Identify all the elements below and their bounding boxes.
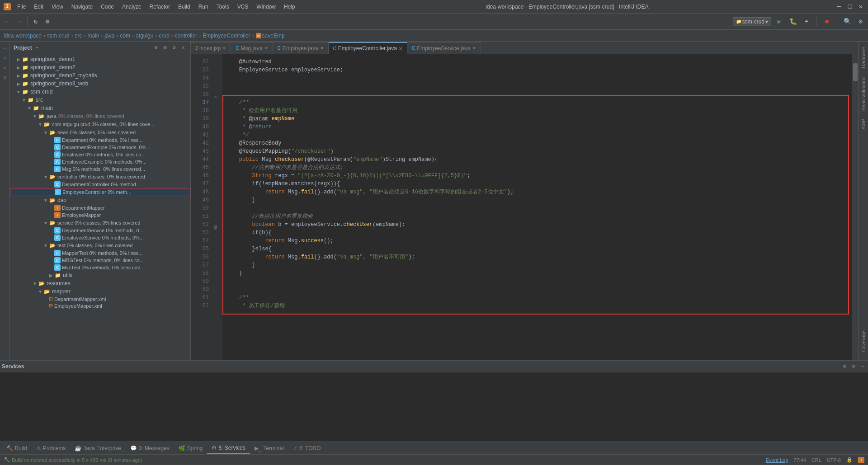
sync-button[interactable]: ↻: [30, 16, 41, 27]
tree-department[interactable]: C Department 0% methods, 0% lines...: [10, 136, 190, 144]
settings-gear[interactable]: ⚙: [855, 16, 866, 27]
bc-class[interactable]: EmployeeController: [203, 33, 250, 39]
vertical-scrollbar[interactable]: [852, 54, 858, 360]
tree-utils[interactable]: ▶ 📁 utils: [10, 271, 190, 279]
tree-test[interactable]: ▼ 📂 test 0% classes, 0% lines covered: [10, 241, 190, 249]
menu-window[interactable]: Window: [253, 3, 279, 11]
services-settings[interactable]: ⚙: [841, 363, 848, 370]
menu-navigate[interactable]: Navigate: [68, 3, 96, 11]
hide-panel-btn[interactable]: ✕: [179, 44, 187, 52]
forward-button[interactable]: →: [14, 16, 24, 27]
tree-springboot1[interactable]: ▶ 📁 springboot_demo1: [10, 55, 190, 63]
tree-mvctest[interactable]: C MvcTest 0% methods, 0% lines cov...: [10, 264, 190, 271]
sidebar-tab-database[interactable]: Database: [860, 43, 867, 72]
tree-com-atguigu[interactable]: ▼ 📂 com.atguigu.crud 0% classes, 0% line…: [10, 120, 190, 128]
settings-button[interactable]: ⚙: [42, 16, 53, 27]
menu-file[interactable]: File: [14, 3, 29, 11]
gear-btn[interactable]: ⚙: [170, 44, 178, 52]
sidebar-favorites-icon[interactable]: 2: [0, 63, 9, 72]
tree-springboot2[interactable]: ▶ 📁 springboot_demo2: [10, 63, 190, 71]
tab-index-jsp[interactable]: J index.jsp ✕: [191, 42, 231, 54]
tab-close-btn[interactable]: ✕: [222, 46, 226, 51]
menu-analyze[interactable]: Analyze: [118, 3, 145, 11]
tab-build[interactable]: 🔨 Build: [2, 443, 32, 454]
bc-atguigu[interactable]: atguigu: [136, 33, 153, 39]
tree-empexample[interactable]: C EmployeeExample 0% methods, 0%...: [10, 158, 190, 165]
bc-main[interactable]: main: [87, 33, 99, 39]
tab-spring[interactable]: 🌿 Spring: [174, 443, 208, 454]
tree-src[interactable]: ▼ 📁 src: [10, 96, 190, 104]
menu-help[interactable]: Help: [280, 3, 299, 11]
menu-run[interactable]: Run: [195, 3, 212, 11]
project-selector[interactable]: 📁 ssm-crud ▾: [733, 17, 771, 26]
debug-button[interactable]: 🐛: [788, 16, 798, 27]
minimize-button[interactable]: ─: [835, 3, 843, 10]
scroll-thumb[interactable]: [853, 63, 858, 81]
tree-empmapper-xml[interactable]: ⊞ EmployeeMapper.xml: [10, 302, 190, 309]
tree-deptexample[interactable]: C DepartmentExample 0% methods, 0%...: [10, 144, 190, 151]
tab-messages[interactable]: 💬 0: Messages: [126, 443, 174, 454]
tab-empcontroller-java[interactable]: C EmployeeController.java ✕: [329, 42, 407, 54]
coverage-button[interactable]: ☂: [801, 16, 812, 27]
tree-deptservice[interactable]: C DepartmentService 0% methods, 0...: [10, 227, 190, 234]
sidebar-structure-icon[interactable]: Z: [0, 53, 9, 62]
tree-bean[interactable]: ▼ 📂 bean 0% classes, 0% lines covered: [10, 128, 190, 136]
tree-springboot3[interactable]: ▶ 📁 springboot_demo3_web: [10, 80, 190, 88]
maximize-button[interactable]: □: [846, 3, 854, 10]
bc-ssm-crud[interactable]: ssm-crud: [47, 33, 69, 39]
tree-mbgtest[interactable]: C MBGTest 0% methods, 0% lines co...: [10, 257, 190, 264]
services-minimize[interactable]: ─: [859, 363, 866, 370]
tree-main[interactable]: ▼ 📁 main: [10, 104, 190, 112]
tab-close-btn[interactable]: ✕: [472, 46, 476, 51]
tree-mappertest[interactable]: C MapperTest 0% methods, 0% lines...: [10, 249, 190, 257]
sidebar-project-icon[interactable]: 1: [0, 43, 9, 52]
tree-empmapper[interactable]: I EmployeeMapper: [10, 211, 190, 219]
bc-method[interactable]: m saveEmp: [256, 33, 285, 39]
tab-close-btn[interactable]: ✕: [264, 46, 268, 51]
stop-button[interactable]: ■: [821, 16, 832, 27]
tab-close-btn[interactable]: ✕: [320, 46, 324, 51]
menu-tools[interactable]: Tools: [213, 3, 233, 11]
close-button[interactable]: ✕: [857, 3, 864, 10]
code-editor[interactable]: 32 33 34 35 36 37 38 39 40 41 42 43 44 4…: [191, 54, 858, 360]
tab-close-btn[interactable]: ✕: [399, 46, 402, 51]
tree-mapper-folder[interactable]: ▼ 📂 mapper: [10, 287, 190, 296]
tree-deptmapper[interactable]: I DepartmentMapper: [10, 204, 190, 211]
services-gear[interactable]: ⚙: [850, 363, 857, 370]
tab-terminal[interactable]: ▶_ Terminal: [250, 443, 288, 454]
menu-view[interactable]: View: [48, 3, 67, 11]
menu-edit[interactable]: Edit: [30, 3, 47, 11]
locate-file-btn[interactable]: ⊕: [152, 44, 160, 52]
bc-workspace[interactable]: idea-workspace: [4, 33, 42, 39]
tab-problems[interactable]: ⚠ Problems: [32, 443, 71, 454]
tree-resources[interactable]: ▼ 📂 resources: [10, 279, 190, 287]
bc-com[interactable]: com: [120, 33, 130, 39]
tree-msg[interactable]: C Msg 0% methods, 0% lines covered...: [10, 165, 190, 173]
bc-java[interactable]: java: [104, 33, 114, 39]
sidebar-web-icon[interactable]: W: [0, 73, 9, 82]
event-log[interactable]: Event Log: [766, 457, 788, 463]
tree-service[interactable]: ▼ 📂 service 0% classes, 0% lines covered: [10, 219, 190, 227]
tab-todo[interactable]: ✓ 6: TODO: [288, 443, 326, 454]
tree-empservice[interactable]: C EmployeeService 0% methods, 0%...: [10, 234, 190, 241]
tab-empservice-java[interactable]: C EmployeeService.java ✕: [407, 42, 481, 54]
menu-code[interactable]: Code: [97, 3, 118, 11]
tab-services[interactable]: ⚙ 8: Services: [207, 443, 250, 454]
menu-build[interactable]: Build: [175, 3, 194, 11]
menu-vcs[interactable]: VCS: [234, 3, 252, 11]
code-text[interactable]: @Autowired EmployeeService employeeServi…: [222, 54, 852, 360]
panel-dropdown[interactable]: ▾: [36, 45, 39, 51]
tab-employee-java[interactable]: C Employee.java ✕: [273, 42, 329, 54]
tree-dao[interactable]: ▼ 📂 dao: [10, 196, 190, 204]
tab-msg-java[interactable]: C Msg.java ✕: [231, 42, 273, 54]
collapse-all-btn[interactable]: ⊟: [161, 44, 169, 52]
back-button[interactable]: ←: [2, 16, 13, 27]
bc-crud[interactable]: crud: [159, 33, 169, 39]
search-everywhere[interactable]: 🔍: [842, 16, 853, 27]
tree-springboot2mb[interactable]: ▶ 📁 springboot_demo2_mybatis: [10, 71, 190, 80]
tree-employee[interactable]: C Employee 0% methods, 0% lines co...: [10, 151, 190, 158]
tab-java-enterprise[interactable]: ☕ Java Enterprise: [70, 443, 125, 454]
sidebar-tab-amp[interactable]: AMP: [860, 115, 867, 133]
tree-controller[interactable]: ▼ 📂 controller 0% classes, 0% lines cove…: [10, 173, 190, 181]
tree-deptcontroller[interactable]: C DepartmentController 0% method...: [10, 181, 190, 188]
